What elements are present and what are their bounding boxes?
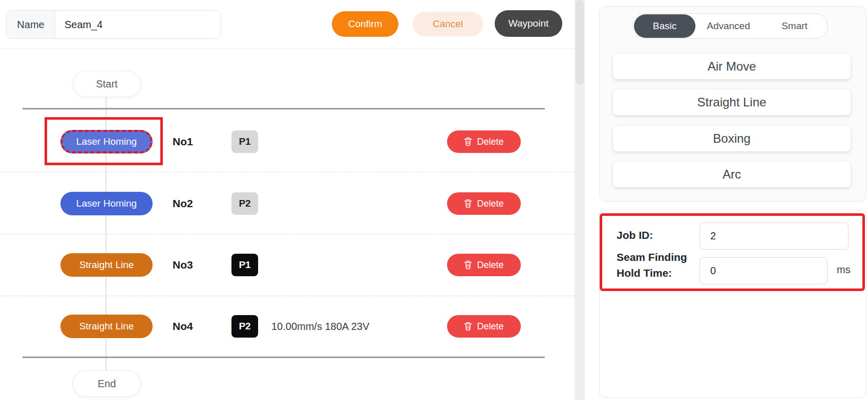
delete-button[interactable]: Delete — [447, 254, 521, 276]
arc-button[interactable]: Arc — [613, 162, 851, 187]
seam-finding-label-line2: Hold Time: — [617, 265, 687, 281]
boxing-button[interactable]: Boxing — [613, 126, 851, 151]
seam-finding-label-line1: Seam Finding — [617, 249, 687, 265]
step-row: Laser Homing No1 P1 Delete — [0, 130, 575, 153]
step-number: No4 — [173, 315, 193, 338]
step-number: No2 — [173, 192, 193, 215]
flow-start-node: Start — [73, 71, 141, 97]
step-type-button[interactable]: Laser Homing — [60, 192, 153, 215]
trash-icon — [464, 137, 472, 146]
cancel-button[interactable]: Cancel — [413, 12, 483, 36]
flow-end-node: End — [73, 370, 141, 397]
delete-button-label: Delete — [477, 260, 503, 271]
ms-unit-label: ms — [837, 264, 851, 276]
point-badge: P1 — [231, 130, 258, 153]
flow-bottom-rule — [23, 357, 545, 358]
point-badge: P2 — [231, 315, 258, 338]
step-row: Straight Line No4 P2 10.00mm/s 180A 23V … — [0, 315, 575, 338]
confirm-button[interactable]: Confirm — [332, 11, 398, 37]
name-field-group: Name — [6, 10, 221, 39]
row-separator — [0, 296, 575, 296]
waypoint-button[interactable]: Waypoint — [495, 10, 562, 37]
step-type-button-selected[interactable]: Laser Homing — [60, 130, 153, 153]
tab-basic[interactable]: Basic — [634, 14, 695, 38]
tab-advanced[interactable]: Advanced — [695, 14, 761, 38]
point-badge: P2 — [231, 192, 258, 215]
trash-icon — [464, 199, 472, 208]
trash-icon — [464, 260, 472, 270]
seam-hold-time-input[interactable] — [700, 257, 828, 284]
step-type-button[interactable]: Straight Line — [60, 315, 153, 338]
delete-button[interactable]: Delete — [447, 130, 521, 153]
delete-button[interactable]: Delete — [447, 315, 521, 338]
air-move-button[interactable]: Air Move — [613, 54, 851, 79]
delete-button-label: Delete — [477, 198, 503, 209]
job-id-input[interactable] — [700, 223, 849, 250]
step-row: Straight Line No3 P1 Delete — [0, 253, 575, 277]
tab-smart[interactable]: Smart — [761, 14, 828, 38]
flow-top-rule — [23, 108, 545, 109]
trash-icon — [464, 322, 472, 331]
step-type-button[interactable]: Straight Line — [60, 253, 153, 277]
name-input[interactable] — [55, 11, 221, 38]
delete-button-label: Delete — [477, 321, 503, 332]
job-settings-card: Job ID: Seam Finding Hold Time: ms — [599, 210, 866, 398]
step-number: No1 — [173, 130, 193, 153]
row-separator — [0, 172, 575, 172]
mode-tabs: Basic Advanced Smart — [632, 13, 828, 39]
seam-finding-hold-time-label: Seam Finding Hold Time: — [617, 249, 687, 281]
name-label: Name — [7, 11, 55, 38]
delete-button[interactable]: Delete — [447, 192, 521, 215]
straight-line-button[interactable]: Straight Line — [613, 90, 851, 115]
job-id-label: Job ID: — [617, 227, 653, 243]
seam-editor-app: Name Confirm Cancel Waypoint Start End L… — [0, 0, 868, 400]
move-type-card: Basic Advanced Smart Air Move Straight L… — [599, 6, 866, 202]
panel-scrollbar-thumb[interactable] — [576, 0, 584, 84]
delete-button-label: Delete — [477, 137, 503, 147]
header-divider — [0, 49, 575, 49]
row-separator — [0, 234, 575, 234]
step-number: No3 — [173, 253, 193, 277]
weld-spec-text: 10.00mm/s 180A 23V — [271, 315, 369, 338]
step-row: Laser Homing No2 P2 Delete — [0, 192, 575, 215]
point-badge: P1 — [231, 254, 258, 276]
